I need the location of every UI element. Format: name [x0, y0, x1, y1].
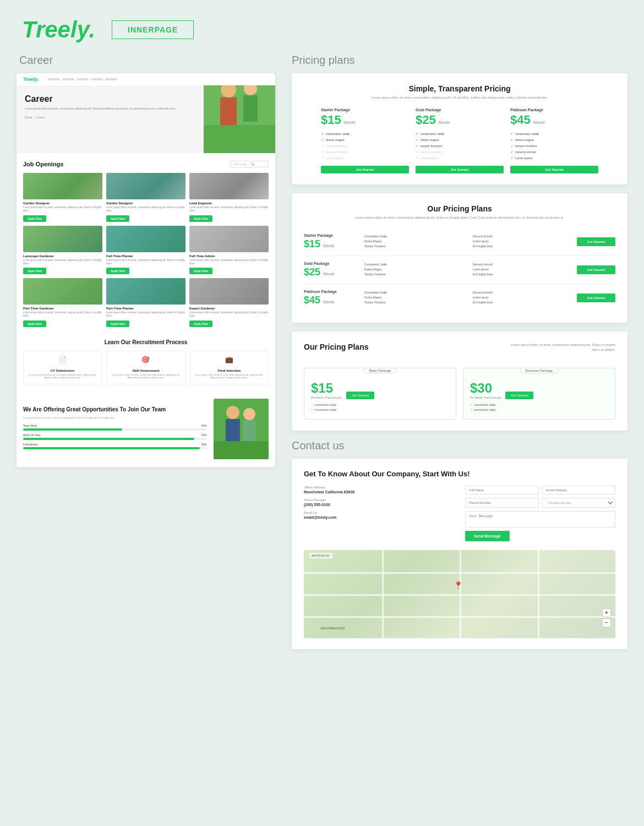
check-icon: ✓ [416, 144, 419, 148]
pricing-table-row-starter: Starter Package $15 /Month Consectetur S… [304, 228, 615, 256]
pt-feat: Dolare Magna [364, 268, 463, 271]
job-item: Lanscape Gardener Lorem ipsum dolor sit … [23, 226, 102, 275]
box-feat-row: ✓ consectetur sadip [311, 403, 449, 407]
career-section-label: Career [17, 54, 275, 67]
plan-price-row: $15 /Month [321, 113, 409, 127]
get-started-button-starter[interactable]: Get Started [321, 166, 409, 173]
x-icon: ✓ [416, 156, 419, 160]
map-label-waterloo: WATERLOO [309, 553, 332, 558]
pricing-card-3-title: Our Pricing Plans [304, 343, 368, 351]
search-icon[interactable]: 🔍 [251, 162, 254, 166]
contact-phone-value: (205) 555-0100 [304, 503, 454, 507]
contact-card: Get To Know About Our Company, Start Wit… [292, 459, 627, 649]
job-desc: Lorem ipsum dolor sit amet, consectetur … [106, 206, 185, 213]
plan-feature: ✓ consectetur sadip [321, 132, 409, 136]
box-price-row: $15 Per Month, Paid Annually Get Started [311, 381, 449, 399]
progress-label: Friendliness 96% [23, 443, 207, 446]
map-road [460, 550, 461, 638]
get-started-button[interactable]: Get Started [577, 294, 615, 302]
plan-name: Gold Package [416, 108, 504, 112]
apply-button[interactable]: Apply Now [189, 215, 212, 222]
pricing-box-business: Business Package $30 Per Month, Paid Ann… [463, 368, 615, 420]
pt-feat: Et Fringilla Diam [473, 301, 571, 304]
job-title: Part-Time Gardener [23, 307, 102, 310]
nav-dot [77, 78, 89, 80]
get-started-button[interactable]: Get Started [577, 237, 615, 246]
progress-label-text: Friendliness [23, 443, 38, 446]
map-controls: + − [602, 608, 611, 627]
job-desc: Lorem ipsum dolor sit amet, consectetur … [189, 259, 269, 266]
contact-office-label: Office Address [304, 486, 454, 489]
apply-button[interactable]: Apply Now [23, 215, 46, 222]
pricing-plan-gold: Gold Package $25 /Month ✓ consectetur sa… [416, 108, 504, 173]
contact-email-label: Email Us [304, 511, 454, 514]
plan-per: /Month [438, 121, 450, 124]
plan-price-row: $45 /Month [510, 113, 598, 127]
plan-per: /Month [343, 121, 355, 124]
progress-label: Team Work 54% [23, 424, 207, 427]
plan-name: Platinum Package [304, 290, 359, 294]
map-zoom-in[interactable]: + [602, 608, 611, 617]
step-title: Final Interview [193, 369, 265, 372]
svg-rect-5 [204, 125, 275, 153]
interview-icon: 💼 [223, 356, 234, 367]
join-team-desc: Lorem ipsum dolor sit amet, consectetur … [23, 416, 207, 420]
check-icon: ✓ [311, 403, 313, 407]
job-image-9 [189, 278, 269, 305]
get-started-button-business[interactable]: Get Started [505, 392, 533, 399]
right-column: Pricing plans Simple, Transparent Pricin… [275, 54, 627, 658]
contact-phone-label: Phone Number [304, 498, 454, 502]
pt-btn: Get Started [577, 294, 615, 302]
pt-feat: Et Fringilla Diam [473, 273, 571, 276]
recruitment-steps: 📄 CV Submission Lorem ipsum dolor sit am… [23, 351, 269, 384]
pt-feat: Et Fringilla Diam [473, 244, 571, 248]
plan-feature: ✓ Lorem ipsum [321, 156, 409, 160]
apply-button[interactable]: Apply Now [189, 320, 212, 327]
full-name-input[interactable] [465, 486, 539, 494]
job-item: Part-Time Planter Lorem ipsum dolor sit … [106, 278, 185, 327]
step-title: CV Submission [26, 369, 99, 372]
progress-value: 93% [201, 433, 207, 437]
apply-button[interactable]: Apply Now [23, 268, 46, 274]
pt-feat: Tempor Tincidunt [364, 301, 463, 304]
box-tag-business: Business Package [520, 368, 559, 373]
pt-btn: Get Started [577, 265, 615, 274]
get-started-button-platinum[interactable]: Get Started [510, 166, 598, 173]
message-textarea[interactable] [465, 511, 615, 528]
pricing-card-2-subtitle: Lorem ipsum dolor sit amet, consectetur … [304, 215, 615, 220]
plan-name: Platinum Package [510, 108, 598, 112]
join-team-image [214, 399, 269, 459]
progress-bar-bg [23, 447, 207, 449]
map-zoom-out[interactable]: − [602, 618, 611, 627]
header: Treely. INNERPAGE [0, 0, 644, 54]
job-title: Garden Designer [23, 202, 102, 205]
recruitment-section: Learn Our Recruitment Process 📄 CV Submi… [17, 333, 275, 391]
job-desc: Lorem ipsum dolor sit amet, consectetur … [106, 259, 185, 266]
contact-layout: Office Address Ranchview California 6263… [304, 486, 615, 541]
apply-button[interactable]: Apply Now [106, 268, 129, 274]
pt-features-col: Consectetur Sadip Dolare Magna Tempor Ti… [364, 291, 463, 306]
box-tag-basic: Basic Package [363, 368, 397, 373]
check-icon: ✓ [510, 138, 514, 142]
email-input[interactable] [542, 486, 616, 494]
get-started-button-gold[interactable]: Get Started [416, 166, 504, 173]
pricing-table-row-platinum: Platinum Package $45 /Month Consectetur … [304, 284, 615, 312]
plan-feature: ✓ consectetur sadip [510, 132, 598, 136]
search-box[interactable]: Search job... 🔍 [230, 161, 269, 167]
phone-input[interactable] [465, 498, 539, 508]
apply-button[interactable]: Apply Now [106, 320, 129, 327]
pt-feat: Lorem ipsum [473, 296, 571, 299]
apply-button[interactable]: Apply Now [189, 268, 212, 274]
progress-value: 54% [201, 424, 207, 427]
get-started-button[interactable]: Get Started [577, 265, 615, 274]
plan-feature: ✓ dolare magna [510, 138, 598, 142]
apply-button[interactable]: Apply Now [23, 320, 46, 327]
check-icon: ✓ [416, 138, 419, 142]
svg-point-9 [243, 408, 255, 420]
service-select[interactable]: Choose Service [542, 498, 616, 508]
send-message-button[interactable]: Send Message [465, 531, 510, 541]
pricing-two-col: Basic Package $15 Per Month, Paid Annual… [304, 368, 615, 420]
search-placeholder: Search job... [233, 162, 249, 166]
get-started-button-basic[interactable]: Get Started [346, 392, 374, 399]
apply-button[interactable]: Apply Now [106, 215, 129, 222]
